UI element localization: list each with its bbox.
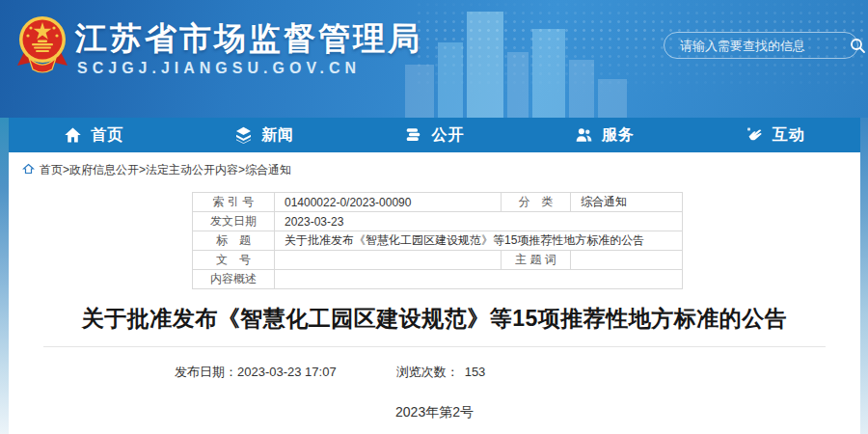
nav-item-home[interactable]: 首页 bbox=[9, 118, 179, 152]
table-row: 标 题 关于批准发布《智慧化工园区建设规范》等15项推荐性地方标准的公告 bbox=[193, 231, 683, 251]
search-icon[interactable] bbox=[850, 37, 866, 54]
nav-label: 首页 bbox=[91, 125, 123, 146]
summary-value bbox=[275, 270, 683, 289]
doc-number-value bbox=[275, 251, 502, 270]
news-layers-icon bbox=[234, 126, 253, 144]
summary-label: 内容概述 bbox=[193, 270, 275, 289]
breadcrumb-text: 首页>政府信息公开>法定主动公开内容>综合通知 bbox=[40, 162, 291, 178]
site-domain: SCJGJ.JIANGSU.GOV.CN bbox=[77, 60, 361, 77]
table-row: 发文日期 2023-03-23 bbox=[193, 212, 683, 231]
nav-item-public[interactable]: 公开 bbox=[349, 118, 520, 152]
city-skyline-decoration bbox=[405, 0, 694, 118]
article-meta: 发布日期：2023-03-23 17:07 浏览次数：153 bbox=[175, 364, 860, 381]
nav-item-services[interactable]: 服务 bbox=[520, 118, 691, 152]
nav-item-news[interactable]: 新闻 bbox=[179, 118, 350, 152]
category-value: 综合通知 bbox=[571, 193, 683, 212]
table-row: 内容概述 bbox=[193, 270, 683, 289]
title-label: 标 题 bbox=[193, 231, 275, 251]
index-number-value: 01400022-0/2023-00090 bbox=[275, 193, 502, 212]
breadcrumb-home-icon bbox=[22, 163, 35, 177]
issue-date-value: 2023-03-23 bbox=[275, 212, 683, 231]
document-info-table: 索 引 号 01400022-0/2023-00090 分 类 综合通知 发文日… bbox=[192, 192, 683, 289]
search-input[interactable] bbox=[680, 39, 850, 53]
books-icon bbox=[404, 126, 422, 144]
publish-date: 发布日期：2023-03-23 17:07 bbox=[175, 364, 337, 381]
article-title: 关于批准发布《智慧化工园区建设规范》等15项推荐性地方标准的公告 bbox=[9, 304, 860, 334]
home-icon bbox=[64, 126, 82, 144]
keywords-value bbox=[571, 251, 683, 270]
table-row: 文 号 主 题 词 bbox=[193, 251, 683, 270]
nav-label: 公开 bbox=[431, 125, 464, 146]
page: 江苏省市场监督管理局 SCJGJ.JIANGSU.GOV.CN 首页 bbox=[0, 0, 868, 434]
site-header: 江苏省市场监督管理局 SCJGJ.JIANGSU.GOV.CN bbox=[0, 0, 868, 118]
main-content: 首页>政府信息公开>法定主动公开内容>综合通知 索 引 号 01400022-0… bbox=[9, 152, 860, 434]
index-number-label: 索 引 号 bbox=[193, 193, 275, 212]
site-title: 江苏省市场监督管理局 bbox=[75, 17, 422, 61]
divider bbox=[43, 346, 826, 347]
interaction-hand-icon bbox=[746, 126, 764, 144]
view-count: 浏览次数：153 bbox=[396, 364, 486, 381]
table-row: 索 引 号 01400022-0/2023-00090 分 类 综合通知 bbox=[193, 193, 683, 212]
breadcrumb[interactable]: 首页>政府信息公开>法定主动公开内容>综合通知 bbox=[9, 152, 860, 178]
main-nav: 首页 新闻 公开 bbox=[9, 118, 860, 152]
title-value: 关于批准发布《智慧化工园区建设规范》等15项推荐性地方标准的公告 bbox=[275, 231, 683, 251]
right-edge-decoration bbox=[860, 118, 868, 434]
doc-number-label: 文 号 bbox=[193, 251, 275, 270]
search-box[interactable] bbox=[664, 32, 858, 59]
issue-date-label: 发文日期 bbox=[193, 212, 275, 231]
people-icon bbox=[575, 126, 593, 144]
keywords-label: 主 题 词 bbox=[502, 251, 571, 270]
nav-label: 互动 bbox=[773, 125, 805, 146]
category-label: 分 类 bbox=[502, 193, 571, 212]
nav-label: 新闻 bbox=[261, 125, 294, 146]
national-emblem-logo bbox=[15, 14, 69, 79]
nav-item-interaction[interactable]: 互动 bbox=[690, 118, 860, 152]
nav-label: 服务 bbox=[602, 125, 635, 146]
left-edge-decoration bbox=[0, 118, 9, 434]
announcement-number: 2023年第2号 bbox=[9, 404, 860, 421]
